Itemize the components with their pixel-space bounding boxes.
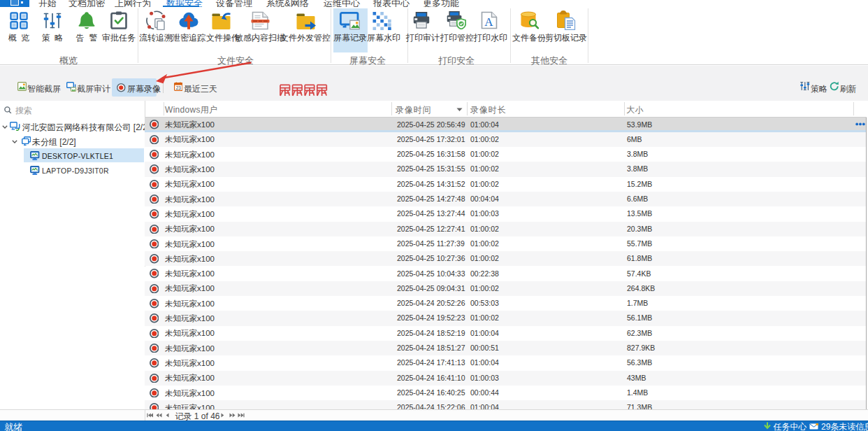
svg-text:A: A — [484, 15, 493, 29]
svg-text:23: 23 — [175, 85, 181, 90]
